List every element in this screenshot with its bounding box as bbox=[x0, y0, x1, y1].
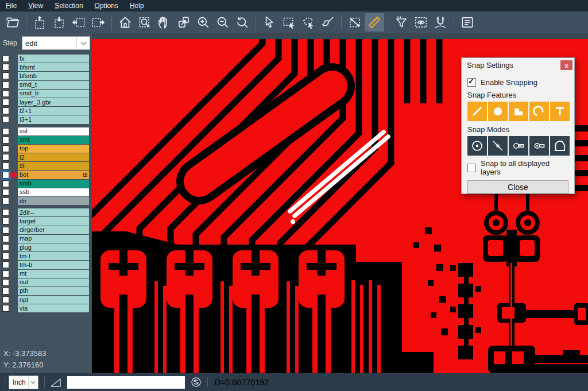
layer-name-chip[interactable]: bfsmb bbox=[18, 72, 89, 80]
layer-name-chip[interactable]: layer_3.gbr bbox=[18, 98, 89, 106]
snap-feature-arc-button[interactable] bbox=[529, 102, 549, 121]
layer-visibility-checkbox[interactable] bbox=[2, 279, 9, 286]
layer-name-chip[interactable]: tm-t bbox=[18, 252, 89, 260]
snap-mode-point-on-line-button[interactable] bbox=[488, 136, 508, 156]
layer-visibility-checkbox[interactable] bbox=[2, 253, 9, 260]
fit-selection-button[interactable] bbox=[174, 13, 194, 32]
snap-mode-center-button[interactable] bbox=[467, 136, 487, 156]
layer-visibility-checkbox[interactable] bbox=[2, 261, 9, 268]
layer-visibility-checkbox[interactable] bbox=[2, 189, 9, 196]
layer-name-chip[interactable]: top bbox=[18, 145, 89, 153]
layer-visibility-checkbox[interactable] bbox=[2, 82, 9, 88]
filter-button[interactable] bbox=[392, 13, 411, 32]
all-layers-checkbox[interactable] bbox=[467, 164, 476, 172]
layer-visibility-checkbox[interactable] bbox=[2, 288, 9, 295]
home-view-button[interactable] bbox=[115, 13, 135, 32]
select-rectangle-button[interactable] bbox=[279, 13, 299, 32]
zoom-out-button[interactable] bbox=[213, 13, 233, 32]
layer-visibility-checkbox[interactable] bbox=[2, 209, 9, 216]
open-folder-button[interactable] bbox=[3, 13, 22, 32]
layer-row-npt[interactable]: npt bbox=[0, 296, 92, 304]
snap-mode-profile-button[interactable] bbox=[550, 136, 570, 156]
measure-distance-button[interactable] bbox=[345, 13, 365, 32]
layer-row-out[interactable]: out bbox=[0, 278, 92, 287]
layer-visibility-checkbox[interactable] bbox=[2, 172, 9, 179]
menu-options[interactable]: Options bbox=[89, 1, 124, 11]
report-panel-button[interactable] bbox=[458, 13, 477, 32]
refresh-tool[interactable] bbox=[191, 377, 202, 388]
layer-visibility-checkbox[interactable] bbox=[2, 154, 9, 161]
layer-visibility-checkbox[interactable] bbox=[2, 270, 9, 277]
layer-name-chip[interactable]: l2 bbox=[18, 153, 89, 161]
layer-row-top[interactable]: top bbox=[0, 145, 92, 153]
pan-left-button[interactable] bbox=[69, 13, 88, 32]
command-input[interactable] bbox=[67, 376, 185, 389]
layer-visibility-checkbox[interactable] bbox=[2, 72, 9, 79]
enable-snapping-checkbox[interactable] bbox=[467, 78, 476, 87]
layer-visibility-checkbox[interactable] bbox=[2, 55, 9, 62]
layer-visibility-checkbox[interactable] bbox=[2, 116, 9, 123]
ruler-button[interactable] bbox=[365, 13, 384, 32]
layer-visibility-checkbox[interactable] bbox=[2, 180, 9, 187]
layer-name-chip[interactable]: smb bbox=[18, 180, 89, 188]
layer-visibility-checkbox[interactable] bbox=[2, 218, 9, 224]
snap-mode-pad-end-button[interactable] bbox=[529, 136, 549, 156]
layer-row-mt[interactable]: mt bbox=[0, 270, 92, 278]
layer-name-chip[interactable]: via bbox=[18, 304, 89, 312]
layer-row-tm-b[interactable]: tm-b bbox=[0, 261, 92, 269]
select-cursor-button[interactable] bbox=[260, 13, 279, 32]
dialog-close-action-button[interactable]: Close bbox=[467, 180, 568, 193]
layer-row-map[interactable]: map bbox=[0, 235, 92, 243]
layer-row-tm-t[interactable]: tm-t bbox=[0, 252, 92, 260]
layer-grid-icon[interactable]: ⊞ bbox=[83, 172, 88, 178]
layer-row-sst[interactable]: sst bbox=[0, 127, 92, 136]
layer-name-chip[interactable]: l3 bbox=[18, 162, 89, 170]
menu-help[interactable]: Help bbox=[124, 1, 150, 11]
layer-name-chip[interactable]: tm-b bbox=[18, 261, 89, 269]
layer-row-l3[interactable]: l3 bbox=[0, 162, 92, 170]
layer-name-chip[interactable]: out bbox=[18, 278, 89, 287]
layer-visibility-checkbox[interactable] bbox=[2, 107, 9, 114]
snap-feature-line-button[interactable] bbox=[467, 102, 487, 121]
layer-visibility-checkbox[interactable] bbox=[2, 90, 9, 97]
paint-brush-button[interactable] bbox=[318, 13, 338, 32]
layer-visibility-checkbox[interactable] bbox=[2, 305, 9, 312]
snap-feature-text-button[interactable] bbox=[550, 102, 570, 121]
menu-view[interactable]: View bbox=[22, 1, 49, 11]
layer-row-fx[interactable]: fx bbox=[0, 55, 92, 63]
layer-row-smd_t[interactable]: smd_t bbox=[0, 81, 92, 89]
layer-row-dirgerber[interactable]: dirgerber bbox=[0, 226, 92, 234]
layer-name-chip[interactable]: 2dir-- bbox=[18, 208, 89, 216]
layer-name-chip[interactable]: bfsmt bbox=[18, 63, 89, 71]
layer-name-chip[interactable]: smd_b bbox=[18, 90, 89, 98]
layer-name-chip[interactable]: smt bbox=[18, 136, 89, 144]
layer-name-chip[interactable]: smd_t bbox=[18, 81, 89, 89]
snap-feature-surface-button[interactable] bbox=[509, 102, 528, 121]
zoom-previous-button[interactable] bbox=[233, 13, 252, 32]
layer-visibility-checkbox[interactable] bbox=[2, 235, 9, 242]
layer-row-smt[interactable]: smt bbox=[0, 136, 92, 144]
layer-row-l3+1[interactable]: l3+1 bbox=[0, 115, 92, 123]
layer-name-chip[interactable]: target bbox=[18, 217, 89, 225]
pan-down-button[interactable] bbox=[49, 13, 69, 32]
layer-visibility-checkbox[interactable] bbox=[2, 99, 9, 106]
layer-row-smb[interactable]: smb bbox=[0, 180, 92, 188]
layer-name-chip[interactable]: npt bbox=[18, 296, 89, 304]
snap-settings-button[interactable] bbox=[431, 13, 450, 32]
view-options-button[interactable] bbox=[411, 13, 431, 32]
layer-row-via[interactable]: via bbox=[0, 304, 92, 312]
layer-name-chip[interactable]: bot⊞ bbox=[18, 171, 89, 179]
zoom-in-button[interactable] bbox=[194, 13, 213, 32]
unit-select[interactable]: Inch bbox=[9, 375, 38, 389]
zoom-window-button[interactable] bbox=[135, 13, 154, 32]
layer-row-layer_3.gbr[interactable]: layer_3.gbr bbox=[0, 98, 92, 106]
pan-hand-button[interactable] bbox=[154, 13, 174, 32]
layer-row-bfsmt[interactable]: bfsmt bbox=[0, 63, 92, 71]
pan-right-button[interactable] bbox=[88, 13, 108, 32]
step-select[interactable]: edit bbox=[22, 36, 90, 50]
layer-name-chip[interactable]: l3+1 bbox=[18, 115, 89, 123]
layer-row-bfsmb[interactable]: bfsmb bbox=[0, 72, 92, 80]
layer-row-2dir--[interactable]: 2dir-- bbox=[0, 208, 92, 216]
dialog-close-button[interactable]: x bbox=[560, 60, 572, 70]
layer-name-chip[interactable]: map bbox=[18, 235, 89, 243]
